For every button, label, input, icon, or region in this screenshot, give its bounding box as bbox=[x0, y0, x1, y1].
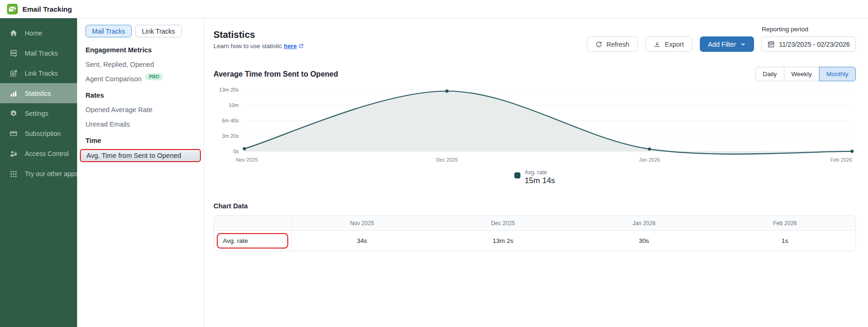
section-title-rates: Rates bbox=[85, 92, 204, 99]
sidebar-item-home[interactable]: Home bbox=[0, 23, 77, 43]
app-title: Email Tracking bbox=[22, 5, 72, 13]
apps-grid-icon bbox=[9, 170, 18, 178]
sidebar-item-access-control[interactable]: Access Control bbox=[0, 143, 77, 164]
refresh-label: Refresh bbox=[606, 41, 629, 48]
period-daily-button[interactable]: Daily bbox=[755, 67, 784, 81]
svg-text:Jan 2026: Jan 2026 bbox=[639, 157, 660, 163]
panel-item-avg-time-from-sent-to-opened[interactable]: Avg. Time from Sent to Opened bbox=[80, 149, 201, 162]
legend-value: 15m 14s bbox=[525, 176, 555, 185]
tab-mail-tracks[interactable]: Mail Tracks bbox=[85, 25, 132, 37]
sidebar-item-other-apps[interactable]: Try our other apps bbox=[0, 164, 77, 184]
area-chart: 13m 20s10m6m 40s3m 20s0sNov 2025Dec 2025… bbox=[213, 86, 856, 168]
table-row-header: Avg. rate bbox=[214, 231, 292, 251]
panel-item-unread-emails[interactable]: Unread Emails bbox=[85, 121, 204, 128]
table-title: Chart Data bbox=[213, 202, 856, 210]
metrics-panel: Mail Tracks Link Tracks Engagement Metri… bbox=[77, 18, 204, 327]
chart-legend: Avg. rate 15m 14s bbox=[213, 169, 856, 185]
sidebar-item-label: Settings bbox=[25, 110, 49, 117]
track-type-tabs: Mail Tracks Link Tracks bbox=[77, 25, 204, 37]
period-monthly-button[interactable]: Monthly bbox=[819, 67, 856, 81]
sidebar-item-label: Access Control bbox=[25, 150, 69, 157]
sidebar-item-link-tracks[interactable]: Link Tracks bbox=[0, 63, 77, 83]
refresh-button[interactable]: Refresh bbox=[587, 36, 638, 52]
refresh-icon bbox=[595, 41, 602, 48]
export-button[interactable]: Export bbox=[645, 36, 692, 52]
main-content: Statistics Learn how to use statistic he… bbox=[204, 18, 868, 327]
export-label: Export bbox=[665, 41, 683, 48]
link-tracks-icon bbox=[9, 69, 18, 78]
sidebar-item-label: Home bbox=[25, 29, 42, 37]
table-cell: 30s bbox=[574, 231, 715, 251]
reporting-period-label: Reporting period bbox=[761, 26, 856, 33]
mail-tracks-icon bbox=[9, 49, 18, 57]
add-filter-label: Add Filter bbox=[708, 41, 736, 48]
table-column-header: Dec 2025 bbox=[433, 216, 574, 231]
table-cell: 13m 2s bbox=[433, 231, 574, 251]
panel-item-label: Unread Emails bbox=[85, 121, 130, 128]
sidebar-item-label: Statistics bbox=[25, 90, 51, 97]
sidebar-item-label: Mail Tracks bbox=[25, 50, 58, 57]
svg-text:13m 20s: 13m 20s bbox=[219, 87, 239, 92]
svg-text:Feb 2026: Feb 2026 bbox=[831, 157, 852, 163]
page-title: Statistics bbox=[213, 29, 304, 40]
sidebar-item-label: Link Tracks bbox=[25, 70, 58, 77]
pro-badge: PRO bbox=[145, 73, 163, 80]
table-cell: 34s bbox=[292, 231, 433, 251]
download-icon bbox=[654, 41, 661, 48]
table-column-header: Nov 2025 bbox=[292, 216, 433, 231]
svg-text:3m 20s: 3m 20s bbox=[222, 133, 239, 139]
sidebar-item-settings[interactable]: Settings bbox=[0, 103, 77, 123]
svg-text:10m: 10m bbox=[229, 102, 239, 108]
main-sidebar: HomeMail TracksLink TracksStatisticsSett… bbox=[0, 18, 77, 327]
date-range-value: 11/23/2025 - 02/23/2026 bbox=[779, 41, 850, 48]
help-link[interactable]: here bbox=[284, 43, 297, 50]
svg-text:Dec 2025: Dec 2025 bbox=[436, 157, 458, 163]
legend-label: Avg. rate bbox=[525, 169, 555, 176]
date-range-input[interactable]: 11/23/2025 - 02/23/2026 bbox=[761, 36, 856, 52]
calendar-icon bbox=[768, 41, 775, 48]
chart-title: Average Time from Sent to Opened bbox=[213, 70, 338, 78]
svg-text:6m 40s: 6m 40s bbox=[222, 118, 239, 123]
email-check-icon bbox=[7, 4, 18, 14]
help-line: Learn how to use statistic here bbox=[213, 43, 304, 50]
credit-card-icon bbox=[9, 129, 18, 138]
panel-item-agent-comparison[interactable]: Agent ComparisonPRO bbox=[85, 75, 204, 83]
period-toggle-group: DailyWeeklyMonthly bbox=[755, 67, 856, 81]
sidebar-item-label: Try our other apps bbox=[25, 170, 78, 178]
panel-item-opened-average-rate[interactable]: Opened Average Rate bbox=[85, 106, 204, 114]
gear-icon bbox=[9, 109, 18, 118]
sidebar-item-label: Subscription bbox=[25, 130, 61, 137]
home-icon bbox=[9, 29, 18, 37]
panel-item-sent-replied-opened[interactable]: Sent, Replied, Opened bbox=[85, 61, 204, 68]
tab-link-tracks[interactable]: Link Tracks bbox=[135, 25, 182, 37]
section-title-time: Time bbox=[85, 137, 204, 144]
chart-data-table: Nov 2025Dec 2025Jan 2026Feb 2026Avg. rat… bbox=[213, 215, 856, 251]
sidebar-item-subscription[interactable]: Subscription bbox=[0, 123, 77, 143]
user-lock-icon bbox=[9, 149, 18, 158]
sidebar-item-statistics[interactable]: Statistics bbox=[0, 83, 77, 103]
period-weekly-button[interactable]: Weekly bbox=[784, 67, 819, 81]
table-column-header: Jan 2026 bbox=[574, 216, 715, 231]
svg-text:0s: 0s bbox=[233, 149, 239, 154]
svg-text:Nov 2025: Nov 2025 bbox=[236, 157, 258, 163]
table-cell: 1s bbox=[714, 231, 855, 251]
legend-marker bbox=[514, 172, 520, 178]
chevron-down-icon bbox=[740, 42, 746, 47]
external-link-icon bbox=[299, 43, 304, 49]
panel-item-label: Agent Comparison bbox=[85, 75, 142, 83]
panel-item-label: Sent, Replied, Opened bbox=[85, 61, 154, 68]
topbar: Email Tracking bbox=[0, 0, 868, 18]
panel-item-label: Opened Average Rate bbox=[85, 106, 152, 114]
add-filter-button[interactable]: Add Filter bbox=[700, 36, 754, 52]
row-header-highlight: Avg. rate bbox=[217, 233, 288, 249]
table-corner-cell bbox=[214, 216, 292, 231]
section-title-engagement-metrics: Engagement Metrics bbox=[85, 46, 204, 54]
help-text: Learn how to use statistic bbox=[213, 43, 282, 50]
sidebar-item-mail-tracks[interactable]: Mail Tracks bbox=[0, 43, 77, 63]
table-column-header: Feb 2026 bbox=[714, 216, 855, 231]
bar-chart-icon bbox=[9, 89, 18, 98]
panel-item-label: Avg. Time from Sent to Opened bbox=[86, 152, 181, 159]
